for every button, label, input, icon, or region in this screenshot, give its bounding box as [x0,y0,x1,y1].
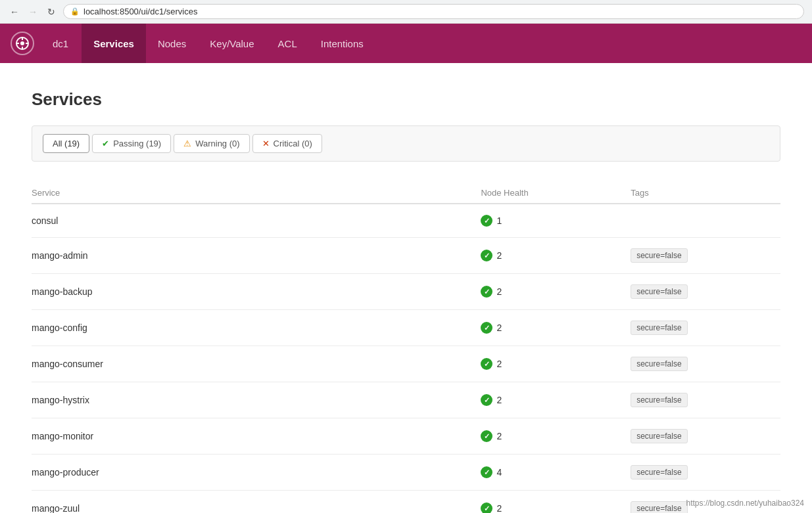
tags-cell: secure=false [631,382,780,418]
health-cell: 2 [481,418,631,455]
health-count: 2 [496,395,502,405]
warning-icon: ⚠ [183,139,191,148]
table-row[interactable]: mango-monitor2secure=false [32,418,780,455]
table-row[interactable]: mango-admin2secure=false [32,238,780,274]
filter-warning[interactable]: ⚠ Warning (0) [174,134,249,153]
health-count: 2 [496,359,502,369]
health-check-icon [481,502,492,513]
filter-passing[interactable]: ✔ Passing (19) [92,134,171,153]
tags-cell: secure=false [631,238,780,274]
table-row[interactable]: mango-zuul2secure=false [32,491,780,514]
tags-cell: secure=false [631,310,780,346]
table-row[interactable]: mango-hystrix2secure=false [32,382,780,418]
service-name-cell: mango-consumer [32,346,481,382]
filter-critical-label: Critical (0) [274,139,312,148]
service-name-cell: mango-zuul [32,491,481,514]
health-cell: 2 [481,382,631,418]
service-name-cell: mango-admin [32,238,481,274]
table-row[interactable]: consul1 [32,204,780,238]
health-check-icon [481,394,492,406]
nav-item-keyvalue[interactable]: Key/Value [198,24,266,63]
tag-badge: secure=false [631,248,687,263]
filter-all-label: All (19) [53,139,80,148]
health-check-icon [481,286,492,298]
health-check-icon [481,215,492,227]
table-row[interactable]: mango-producer4secure=false [32,455,780,491]
tags-cell: secure=false [631,418,780,455]
health-check-icon [481,322,492,334]
table-row[interactable]: mango-backup2secure=false [32,274,780,310]
health-cell: 2 [481,274,631,310]
table-row[interactable]: mango-config2secure=false [32,310,780,346]
service-name: mango-config [32,323,87,333]
service-name-cell: mango-config [32,310,481,346]
col-header-health: Node Health [481,183,631,204]
health-cell: 4 [481,455,631,491]
main-content: Services All (19) ✔ Passing (19) ⚠ Warni… [0,63,812,513]
health-count: 4 [496,467,502,478]
col-header-service: Service [32,183,481,204]
health-check-icon [481,250,492,261]
col-header-tags: Tags [631,183,780,204]
health-check-icon [481,430,492,442]
footer-link: https://blog.csdn.net/yuhaibao324 [686,499,804,508]
nav-item-intentions[interactable]: Intentions [309,24,375,63]
health-cell: 2 [481,346,631,382]
tags-cell: secure=false [631,455,780,491]
health-count: 2 [496,250,502,261]
page-title: Services [32,89,780,110]
filter-passing-label: Passing (19) [113,139,161,148]
service-name-cell: mango-hystrix [32,382,481,418]
svg-point-1 [20,41,24,45]
filter-bar: All (19) ✔ Passing (19) ⚠ Warning (0) ✕ … [32,125,780,162]
service-name-cell: mango-monitor [32,418,481,455]
service-name: mango-backup [32,286,93,297]
lock-icon: 🔒 [70,7,80,16]
table-row[interactable]: mango-consumer2secure=false [32,346,780,382]
nav-datacenter[interactable]: dc1 [45,24,76,63]
tags-cell: secure=false [631,274,780,310]
service-name-cell: consul [32,204,481,238]
health-cell: 2 [481,491,631,514]
nav-logo [11,32,34,55]
services-table: Service Node Health Tags consul1mango-ad… [32,183,780,513]
health-count: 2 [496,286,502,297]
url-bar[interactable]: 🔒 localhost:8500/ui/dc1/services [63,4,804,19]
tag-badge: secure=false [631,284,687,299]
nav-item-services[interactable]: Services [82,24,146,63]
tags-cell [631,204,780,238]
nav-item-acl[interactable]: ACL [266,24,309,63]
tag-badge: secure=false [631,465,687,480]
service-name: mango-monitor [32,431,93,441]
service-name: consul [32,215,58,226]
health-count: 2 [496,431,502,441]
forward-button[interactable]: → [26,5,39,18]
tag-badge: secure=false [631,429,687,443]
health-count: 2 [496,323,502,333]
health-count: 1 [496,215,502,226]
service-name: mango-admin [32,250,88,261]
service-name: mango-consumer [32,359,103,369]
health-cell: 1 [481,204,631,238]
back-button[interactable]: ← [8,5,21,18]
filter-all[interactable]: All (19) [43,134,89,153]
service-name-cell: mango-producer [32,455,481,491]
browser-bar: ← → ↻ 🔒 localhost:8500/ui/dc1/services [0,0,812,24]
service-name-cell: mango-backup [32,274,481,310]
tag-badge: secure=false [631,357,687,371]
nav-item-nodes[interactable]: Nodes [146,24,198,63]
tags-cell: secure=false [631,346,780,382]
reload-button[interactable]: ↻ [45,5,58,18]
passing-icon: ✔ [102,139,109,148]
tag-badge: secure=false [631,501,687,513]
tag-badge: secure=false [631,393,687,407]
filter-critical[interactable]: ✕ Critical (0) [252,134,322,153]
health-count: 2 [496,503,502,513]
health-cell: 2 [481,310,631,346]
service-name: mango-zuul [32,503,80,513]
filter-warning-label: Warning (0) [195,139,239,148]
health-check-icon [481,358,492,370]
critical-icon: ✕ [262,139,270,148]
top-nav: dc1 Services Nodes Key/Value ACL Intenti… [0,24,812,63]
tag-badge: secure=false [631,321,687,335]
